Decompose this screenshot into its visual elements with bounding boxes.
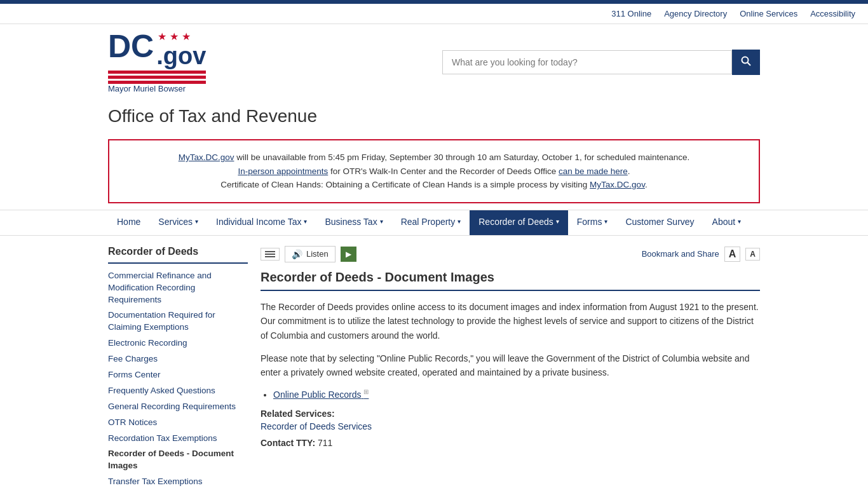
content-body-2: Please note that by selecting "Online Pu… (261, 351, 760, 380)
list-item: OTR Notices (108, 417, 248, 429)
nav-realprop-arrow: ▾ (458, 218, 461, 225)
related-label: Related Services: (261, 409, 760, 419)
alert-box: MyTax.DC.gov will be unavailable from 5:… (108, 139, 760, 203)
content-area: 🔊 Listen ▶ Bookmark and Share A A Record… (261, 246, 760, 488)
search-button[interactable] (732, 50, 760, 75)
alert-line2-middle: for OTR's Walk-In Center and the Recorde… (328, 166, 559, 176)
star3-icon: ★ (182, 30, 191, 43)
bookmark-area: Bookmark and Share A A (642, 247, 760, 262)
text-view-button[interactable] (261, 248, 280, 261)
nav-forms[interactable]: Forms ▾ (568, 210, 617, 235)
dc-letters: DC (108, 30, 154, 62)
sidebar-link-commercial-refinance[interactable]: Commercial Refinance and Modification Re… (108, 271, 212, 304)
made-here-link[interactable]: can be made here (559, 166, 628, 176)
link-agency-directory[interactable]: Agency Directory (664, 9, 727, 18)
nav-home[interactable]: Home (108, 210, 149, 235)
list-item: Documentation Required for Claiming Exem… (108, 309, 248, 334)
nav-individual-label: Individual Income Tax (216, 217, 301, 227)
contact-tty-label: Contact TTY: (261, 438, 315, 448)
related-services: Related Services: Recorder of Deeds Serv… (261, 409, 760, 431)
nav-real-property[interactable]: Real Property ▾ (392, 210, 470, 235)
sidebar-link-electronic[interactable]: Electronic Recording (108, 338, 187, 348)
list-item: Commercial Refinance and Modification Re… (108, 270, 248, 306)
line3-icon (265, 256, 275, 257)
font-increase-button[interactable]: A (724, 247, 741, 262)
nav-customer-survey[interactable]: Customer Survey (616, 210, 703, 235)
nav-individual-income-tax[interactable]: Individual Income Tax ▾ (207, 210, 316, 235)
nav-business-tax[interactable]: Business Tax ▾ (316, 210, 391, 235)
sidebar-link-general-recording[interactable]: General Recording Requirements (108, 402, 236, 411)
nav-about-arrow: ▾ (738, 218, 741, 225)
content-title: Recorder of Deeds - Document Images (261, 270, 760, 291)
related-link[interactable]: Recorder of Deeds Services (261, 421, 372, 431)
list-item: Recorder of Deeds - Document Images (108, 448, 248, 472)
nav-business-label: Business Tax (325, 217, 377, 227)
dc-logo: DC ★ ★ ★ . gov Mayor Muriel Bowser (108, 30, 206, 93)
alert-line3-start: Certificate of Clean Hands: Obtaining a … (220, 180, 590, 189)
link-online-services[interactable]: Online Services (740, 9, 797, 18)
list-item: Transfer Tax Exemptions (108, 476, 248, 488)
nav-about-label: About (712, 217, 736, 227)
play-icon: ▶ (346, 250, 351, 259)
alert-line2-end: . (628, 166, 630, 176)
sidebar-link-recordation-tax[interactable]: Recordation Tax Exemptions (108, 433, 217, 443)
listen-button[interactable]: 🔊 Listen (285, 246, 336, 262)
sidebar-links: Commercial Refinance and Modification Re… (108, 270, 248, 488)
search-input[interactable] (442, 50, 732, 74)
top-links-bar: 311 Online Agency Directory Online Servi… (0, 4, 868, 24)
listen-bar: 🔊 Listen ▶ Bookmark and Share A A (261, 246, 760, 262)
flag-stripe-1 (108, 71, 206, 74)
page-title-area: Office of Tax and Revenue (0, 100, 868, 133)
nav-recorder-label: Recorder of Deeds (478, 217, 553, 227)
dc-gov-text: gov (163, 44, 207, 68)
mytax-link-1[interactable]: MyTax.DC.gov (179, 152, 234, 162)
header: DC ★ ★ ★ . gov Mayor Muriel Bowser (0, 24, 868, 100)
sidebar-link-transfer-tax[interactable]: Transfer Tax Exemptions (108, 477, 203, 486)
svg-line-1 (748, 62, 751, 65)
sidebar-title: Recorder of Deeds (108, 246, 248, 264)
search-icon (741, 56, 751, 66)
content-body-1: The Recorder of Deeds provides online ac… (261, 300, 760, 342)
font-decrease-button[interactable]: A (745, 248, 760, 261)
nav-business-arrow: ▾ (380, 218, 383, 225)
nav-recorder-arrow: ▾ (556, 218, 559, 225)
line1-icon (265, 251, 275, 252)
in-person-link[interactable]: In-person appointments (238, 166, 328, 176)
sidebar-link-forms-center[interactable]: Forms Center (108, 370, 161, 379)
dc-stars-row: ★ ★ ★ (158, 30, 206, 43)
nav-services-label: Services (158, 217, 193, 227)
nav-services[interactable]: Services ▾ (149, 210, 207, 235)
sidebar-link-otr-notices[interactable]: OTR Notices (108, 417, 157, 427)
sidebar-link-fee-charges[interactable]: Fee Charges (108, 354, 158, 363)
list-item: General Recording Requirements (108, 401, 248, 413)
star2-icon: ★ (170, 30, 179, 43)
nav-forms-label: Forms (577, 217, 602, 227)
nav-about[interactable]: About ▾ (703, 210, 750, 235)
mytax-link-2[interactable]: MyTax.DC.gov (590, 180, 645, 189)
sidebar-link-faq[interactable]: Frequently Asked Questions (108, 386, 215, 395)
list-item: Electronic Recording (108, 337, 248, 349)
star1-icon: ★ (158, 30, 166, 43)
online-public-records-link[interactable]: Online Public Records ⊞ (273, 390, 369, 400)
play-button[interactable]: ▶ (341, 247, 356, 262)
nav-bar: Home Services ▾ Individual Income Tax ▾ … (0, 210, 868, 236)
mayor-link[interactable]: Mayor Muriel Bowser (108, 84, 206, 93)
link-accessibility[interactable]: Accessibility (810, 9, 855, 18)
list-item: Frequently Asked Questions (108, 385, 248, 397)
dc-gov-row: ★ ★ ★ . gov (156, 30, 206, 68)
dc-dot: . (156, 44, 163, 68)
alert-line3: Certificate of Clean Hands: Obtaining a … (122, 178, 746, 192)
search-area (442, 50, 760, 75)
nav-recorder-of-deeds[interactable]: Recorder of Deeds ▾ (470, 210, 568, 235)
sidebar-link-document-images[interactable]: Recorder of Deeds - Document Images (108, 449, 234, 470)
dc-flag-stripes (108, 71, 206, 84)
flag-stripe-2 (108, 76, 206, 79)
alert-line3-end: . (645, 180, 648, 189)
list-item: Recordation Tax Exemptions (108, 433, 248, 445)
content-list: Online Public Records ⊞ (273, 389, 760, 400)
listen-label: Listen (306, 249, 329, 259)
sidebar-link-documentation[interactable]: Documentation Required for Claiming Exem… (108, 310, 215, 332)
nav-forms-arrow: ▾ (604, 218, 607, 225)
bookmark-link[interactable]: Bookmark and Share (642, 249, 719, 259)
link-311-online[interactable]: 311 Online (611, 9, 651, 18)
